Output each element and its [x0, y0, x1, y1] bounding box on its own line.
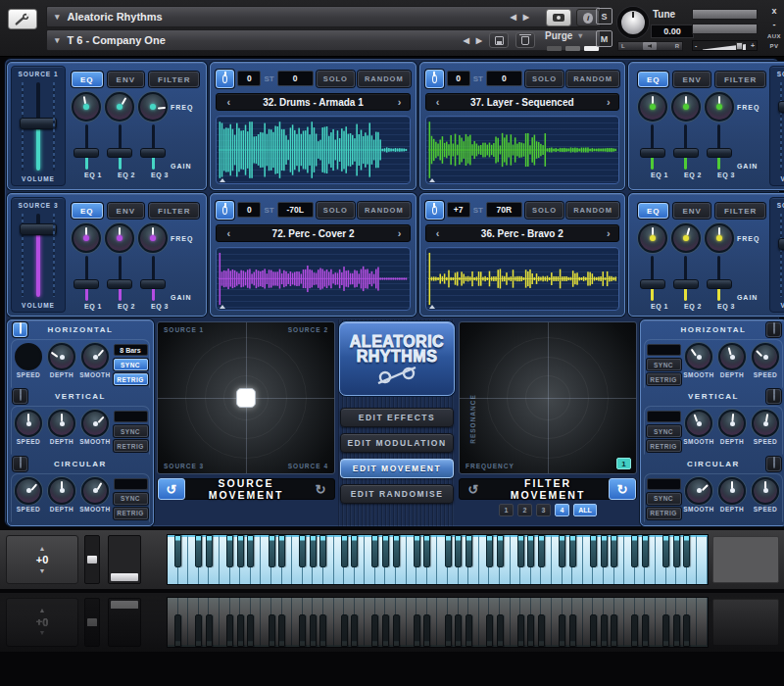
tab-env[interactable]: ENV: [108, 72, 144, 87]
sync-button[interactable]: SYNC: [647, 425, 681, 437]
volume-slider[interactable]: - +: [692, 40, 758, 51]
black-key[interactable]: [455, 535, 462, 567]
mod-wheel[interactable]: [108, 535, 141, 584]
black-key[interactable]: [310, 535, 317, 567]
smooth-knob[interactable]: [685, 410, 712, 437]
black-key[interactable]: [601, 535, 608, 567]
prev-instrument-icon[interactable]: ◀: [511, 13, 516, 22]
retrig-button[interactable]: RETRIG: [114, 373, 148, 385]
tune-offset-field[interactable]: +7: [447, 202, 470, 218]
eq-freq-knob[interactable]: [671, 223, 701, 253]
depth-knob[interactable]: [718, 410, 746, 437]
eq-gain-slider[interactable]: [105, 256, 134, 301]
transpose-down-icon[interactable]: ▼: [39, 567, 46, 574]
close-button[interactable]: x: [771, 6, 776, 16]
filter-all-button[interactable]: ALL: [573, 504, 597, 516]
sync-rate-dropdown[interactable]: [114, 411, 148, 422]
pan-field[interactable]: 0: [277, 71, 314, 86]
vertical-power-button[interactable]: [13, 389, 27, 404]
loop-ccw-button[interactable]: ↺: [460, 478, 487, 500]
tab-eq[interactable]: EQ: [638, 203, 669, 219]
black-key[interactable]: [382, 535, 389, 567]
eq-freq-knob[interactable]: [72, 92, 101, 122]
black-key[interactable]: [319, 535, 326, 567]
black-key[interactable]: [662, 535, 669, 567]
next-multi-icon[interactable]: ▶: [476, 36, 482, 45]
solo-button[interactable]: SOLO: [317, 71, 355, 87]
depth-knob[interactable]: [48, 410, 75, 437]
source-movement-pad[interactable]: SOURCE 1 SOURCE 2 SOURCE 3 SOURCE 4: [157, 321, 335, 474]
filter-movement-pad[interactable]: RESONANCE FREQUENCY 1: [459, 321, 637, 474]
tab-eq[interactable]: EQ: [72, 203, 103, 219]
random-button[interactable]: RANDOM: [358, 202, 411, 219]
black-key[interactable]: [226, 535, 233, 567]
next-instrument-icon[interactable]: ▶: [523, 13, 529, 22]
sample-name[interactable]: 32. Drums - Armada 1: [234, 97, 391, 108]
tune-offset-field[interactable]: 0: [237, 202, 261, 218]
tune-value[interactable]: 0.00: [651, 24, 694, 38]
xy-handle[interactable]: [236, 388, 256, 408]
eq-gain-slider[interactable]: [138, 256, 168, 301]
prev-sample-icon[interactable]: ‹: [220, 224, 234, 242]
next-sample-icon[interactable]: ›: [601, 93, 614, 111]
solo-button[interactable]: SOLO: [317, 202, 355, 219]
sync-button[interactable]: SYNC: [647, 493, 681, 505]
black-key[interactable]: [642, 535, 649, 567]
filter-2-button[interactable]: 2: [517, 504, 532, 516]
source-power-button[interactable]: [425, 70, 444, 88]
next-sample-icon[interactable]: ›: [392, 224, 406, 242]
solo-button[interactable]: SOLO: [525, 202, 564, 219]
black-key[interactable]: [195, 535, 202, 567]
next-sample-icon[interactable]: ›: [392, 93, 406, 111]
sync-rate-dropdown[interactable]: [647, 344, 681, 356]
eq-freq-knob[interactable]: [72, 223, 101, 253]
sync-rate-dropdown[interactable]: [647, 478, 681, 490]
transpose-control[interactable]: ▲ +0 ▼: [6, 535, 78, 584]
depth-knob[interactable]: [48, 343, 75, 370]
sample-name[interactable]: 37. Layer - Sequenced: [444, 97, 601, 108]
eq-gain-slider[interactable]: [705, 124, 734, 170]
prev-multi-icon[interactable]: ◀: [464, 36, 469, 45]
eq-gain-slider[interactable]: [705, 256, 734, 301]
eq-freq-knob[interactable]: [638, 92, 667, 122]
pan-field[interactable]: -70L: [277, 202, 314, 218]
horizontal-power-button[interactable]: [13, 322, 27, 337]
black-key[interactable]: [466, 535, 472, 567]
slider-handle[interactable]: [20, 118, 57, 129]
sample-name[interactable]: 36. Perc - Bravo 2: [444, 228, 601, 239]
depth-knob[interactable]: [48, 477, 75, 505]
black-key[interactable]: [538, 535, 545, 567]
source-2-volume-slider[interactable]: [775, 80, 784, 172]
black-key[interactable]: [299, 535, 306, 567]
tab-env[interactable]: ENV: [673, 203, 710, 219]
tune-knob[interactable]: [617, 7, 649, 38]
volume-minus[interactable]: -: [695, 42, 697, 49]
random-button[interactable]: RANDOM: [566, 71, 619, 87]
random-button[interactable]: RANDOM: [566, 202, 619, 219]
pan-field[interactable]: 70R: [486, 202, 522, 218]
loop-cw-button[interactable]: ↻: [609, 478, 636, 500]
eq-freq-knob[interactable]: [705, 223, 734, 253]
aux-button[interactable]: AUX: [767, 33, 781, 39]
loop-cw-button[interactable]: ↻: [307, 478, 334, 500]
tab-env[interactable]: ENV: [673, 72, 710, 87]
pan-field[interactable]: 0: [486, 71, 522, 86]
tune-offset-field[interactable]: 0: [447, 71, 470, 86]
tab-filter[interactable]: FILTER: [149, 203, 199, 219]
black-key[interactable]: [237, 535, 244, 567]
black-key[interactable]: [673, 535, 680, 567]
tab-filter[interactable]: FILTER: [715, 72, 765, 87]
sync-button[interactable]: SYNC: [114, 493, 148, 505]
edit-effects-button[interactable]: EDIT EFFECTS: [340, 408, 454, 427]
retrig-button[interactable]: RETRIG: [647, 373, 681, 385]
black-key[interactable]: [611, 535, 617, 567]
black-key[interactable]: [631, 535, 638, 567]
volume-handle[interactable]: [736, 42, 743, 50]
loop-ccw-button[interactable]: ↺: [158, 478, 185, 500]
black-key[interactable]: [206, 535, 213, 567]
filter-3-button[interactable]: 3: [536, 504, 551, 516]
speed-knob[interactable]: [15, 477, 42, 505]
eq-gain-slider[interactable]: [105, 124, 134, 170]
smooth-knob[interactable]: [81, 410, 109, 437]
black-key[interactable]: [683, 535, 690, 567]
